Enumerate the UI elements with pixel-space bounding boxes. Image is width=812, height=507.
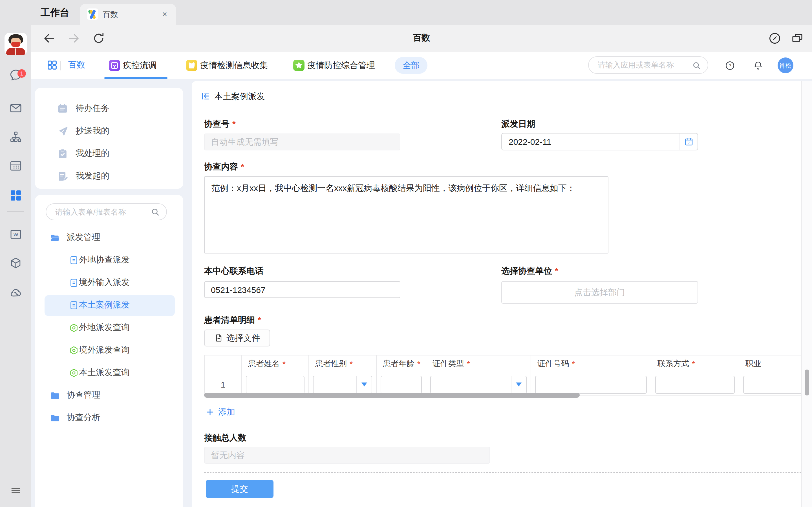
choose-file-button[interactable]: 选择文件 — [204, 330, 270, 346]
patients-table: 患者姓名* 患者性别* 患者年龄* 证件类型* 证件号码* 联系方式* 职业 — [204, 355, 801, 396]
bell-icon[interactable] — [753, 60, 763, 71]
report-icon — [69, 368, 79, 378]
phone-input[interactable]: 0521-1234567 — [204, 281, 400, 298]
new-window-icon[interactable] — [791, 32, 804, 45]
form-doc-icon — [69, 255, 79, 265]
workbench-grid-icon[interactable] — [0, 190, 31, 201]
search-icon — [151, 207, 160, 217]
calendar-icon[interactable] — [0, 159, 31, 172]
content-textarea[interactable]: 范例：x月xx日，我中心检测一名xxx新冠病毒核酸结果为阳性，该病例位于你区，详… — [204, 176, 608, 253]
tree-item-outside-query[interactable]: 外地派发查询 — [35, 317, 183, 339]
plus-icon — [206, 408, 214, 416]
folder-open-icon — [50, 233, 60, 243]
tab-disease-control[interactable]: 疾控流调 — [123, 60, 157, 71]
vertical-scrollbar-thumb[interactable] — [805, 370, 809, 395]
folder-icon — [50, 390, 60, 401]
add-row-link[interactable]: 添加 — [206, 407, 235, 417]
todo-tasks-icon — [56, 103, 69, 115]
required-mark: * — [555, 266, 558, 276]
contact-total-input[interactable]: 暂无内容 — [204, 447, 490, 464]
dropdown-caret-icon — [361, 383, 367, 386]
form-search-input[interactable] — [54, 205, 144, 219]
dock-menu-icon[interactable] — [0, 483, 31, 497]
report-icon — [69, 323, 79, 333]
patient-name-input[interactable] — [246, 376, 305, 393]
required-mark: * — [258, 315, 261, 325]
browser-chrome: 工作台 百数 × — [31, 0, 812, 507]
file-icon — [214, 334, 223, 342]
contact-input[interactable] — [655, 376, 735, 393]
nav-divider — [60, 61, 61, 70]
word-doc-icon[interactable]: W — [0, 228, 31, 241]
page-title: 百数 — [31, 33, 812, 43]
tab-icon-epidemic-mgmt — [293, 60, 305, 71]
browser-tab[interactable]: 百数 × — [80, 4, 176, 25]
submit-button[interactable]: 提交 — [206, 480, 273, 498]
phone-label: 本中心联系电话 — [204, 266, 263, 277]
screen: 1 — [0, 0, 812, 507]
collapse-panel-icon[interactable] — [201, 91, 210, 101]
baishu-logo-icon — [87, 8, 98, 20]
form-card: 本土案例派发 协查号* 自动生成无需填写 派发日期 2022-02-11 7 — [192, 81, 812, 507]
app-search-box[interactable] — [588, 56, 708, 74]
workbench-label[interactable]: 工作台 — [41, 6, 69, 19]
patient-gender-select[interactable] — [313, 376, 372, 393]
app-nav-bar: 百数 疾控流调 疫情检测信息收集 疫情防控综合管理 全部 — [31, 52, 812, 79]
id-type-select[interactable] — [430, 376, 527, 393]
dock-divider — [7, 211, 24, 212]
form-doc-icon — [69, 278, 79, 288]
header-patient-name: 患者姓名* — [242, 355, 309, 372]
tree-item-overseas-input[interactable]: 境外输入派发 — [35, 272, 183, 294]
quick-item-initiated[interactable]: 我发起的 — [35, 165, 183, 187]
id-number-input[interactable] — [535, 376, 647, 393]
tree-folder-dispatch-mgmt[interactable]: 派发管理 — [35, 226, 183, 249]
quick-item-cc[interactable]: 抄送我的 — [35, 120, 183, 143]
tab-epidemic-test[interactable]: 疫情检测信息收集 — [200, 60, 268, 71]
tab-epidemic-mgmt[interactable]: 疫情防控综合管理 — [307, 60, 375, 71]
tree-item-outside-assist[interactable]: 外地协查派发 — [35, 249, 183, 272]
app-search-input[interactable] — [597, 57, 687, 73]
app-name[interactable]: 百数 — [68, 60, 85, 70]
form-search-box[interactable] — [46, 203, 167, 220]
tree-item-local-case-dispatch[interactable]: 本土案例派发 — [35, 294, 183, 317]
unit-label: 选择协查单位* — [501, 266, 558, 277]
scrollbar-gutter — [801, 81, 812, 507]
patient-age-input[interactable] — [380, 376, 422, 393]
user-badge[interactable]: 肖松 — [777, 57, 794, 73]
svg-text:?: ? — [728, 63, 731, 68]
all-apps-pill[interactable]: 全部 — [395, 57, 427, 74]
header-id-type: 证件类型* — [426, 355, 531, 372]
dispatch-date-label: 派发日期 — [501, 119, 535, 129]
quick-item-todo[interactable]: 待办任务 — [35, 98, 183, 120]
tree-folder-assist-mgmt[interactable]: 协查管理 — [35, 384, 183, 407]
tree-folder-assist-analysis[interactable]: 协查分析 — [35, 407, 183, 429]
svg-text:7: 7 — [688, 141, 690, 145]
dispatch-date-input[interactable]: 2022-02-11 7 — [501, 133, 698, 151]
chat-icon[interactable] — [0, 68, 31, 82]
date-picker-icon[interactable]: 7 — [679, 133, 698, 150]
cube-icon[interactable] — [0, 256, 31, 270]
coop-no-input[interactable]: 自动生成无需填写 — [204, 133, 400, 151]
tab-close-icon[interactable]: × — [159, 8, 170, 20]
svg-text:W: W — [13, 232, 18, 237]
browser-toolbar: 百数 — [31, 25, 812, 52]
chat-badge: 1 — [17, 69, 26, 78]
header-index — [205, 355, 242, 372]
compass-icon[interactable] — [768, 32, 781, 45]
patients-label: 患者清单明细* — [204, 315, 261, 326]
tab-icon-disease-control — [109, 60, 120, 71]
tree-item-overseas-query[interactable]: 境外派发查询 — [35, 339, 183, 362]
tree-item-local-query[interactable]: 本土派发查询 — [35, 362, 183, 384]
help-icon[interactable]: ? — [725, 60, 735, 71]
org-chart-icon[interactable] — [0, 130, 31, 144]
user-avatar[interactable] — [4, 33, 27, 55]
mail-icon[interactable] — [0, 101, 31, 115]
unit-select[interactable]: 点击选择部门 — [501, 281, 698, 304]
quick-item-processed[interactable]: 我处理的 — [35, 143, 183, 165]
cloud-call-icon[interactable] — [0, 286, 31, 300]
required-mark: * — [241, 162, 244, 171]
occupation-input[interactable] — [743, 376, 801, 393]
apps-grid-icon[interactable] — [47, 60, 60, 73]
table-horizontal-scrollbar[interactable] — [204, 393, 580, 398]
coop-no-label: 协查号* — [204, 119, 236, 129]
